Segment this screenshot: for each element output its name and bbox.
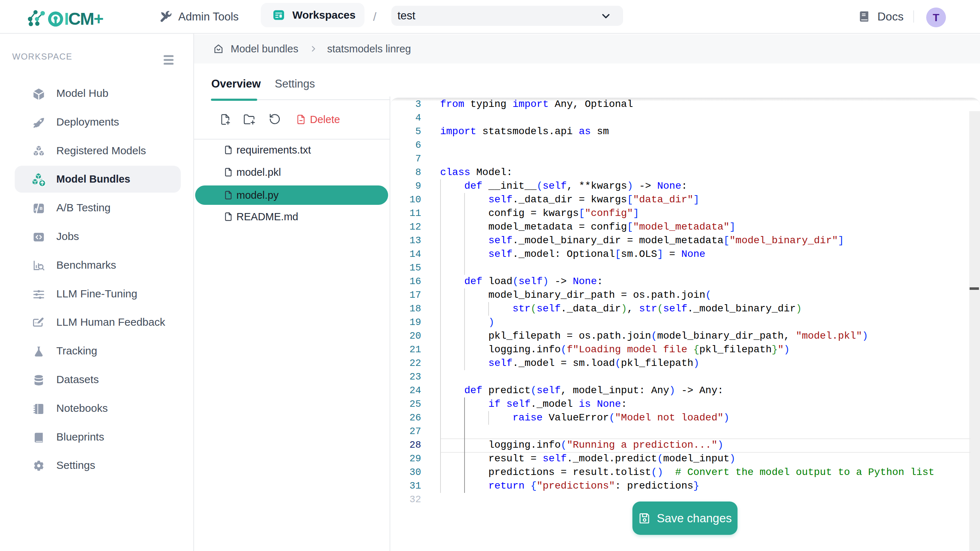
svg-text:B: B [40,206,42,210]
svg-text:A: A [35,207,37,212]
